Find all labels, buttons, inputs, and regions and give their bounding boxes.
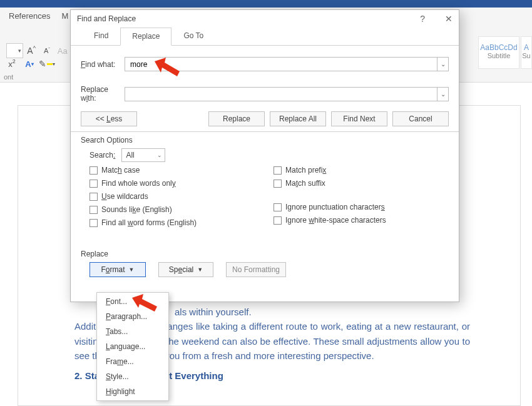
styles-gallery[interactable]: AaBbCcDd Subtitle A Su — [478, 36, 532, 69]
opt-sounds-like[interactable]: Sounds like (English) — [90, 205, 265, 214]
less-button[interactable]: << Less — [81, 111, 137, 126]
opt-match-suffix[interactable]: Match suffix — [274, 179, 449, 188]
format-button[interactable]: Format▼ — [90, 262, 146, 277]
opt-word-forms[interactable]: Find all word forms (English) — [90, 218, 265, 227]
format-menu-language[interactable]: Language... — [97, 339, 168, 354]
annotation-arrow-find — [155, 58, 180, 79]
change-case-button[interactable]: Aa — [55, 43, 69, 58]
search-direction-combo[interactable]: All⌄ — [121, 148, 165, 162]
app-title-bar — [0, 0, 532, 8]
format-menu-tabs[interactable]: Tabs... — [97, 324, 168, 339]
opt-ignore-punct[interactable]: Ignore punctuation characters — [274, 203, 449, 211]
close-button[interactable]: ✕ — [445, 14, 453, 24]
style-subtle[interactable]: A Su — [521, 36, 532, 69]
superscript-button[interactable]: x2 — [4, 56, 20, 71]
replace-button[interactable]: Replace — [208, 111, 265, 126]
no-formatting-button[interactable]: No Formatting — [226, 262, 286, 277]
find-replace-dialog: Find and Replace ? ✕ Find Replace Go To … — [70, 9, 459, 302]
svg-marker-0 — [155, 58, 180, 76]
opt-whole-words[interactable]: Find whole words only — [90, 179, 265, 188]
dialog-title: Find and Replace — [77, 14, 136, 23]
replace-with-dropdown[interactable]: ⌄ — [437, 88, 448, 101]
opt-match-prefix[interactable]: Match prefix — [274, 166, 449, 175]
opt-match-case[interactable]: Match case — [90, 166, 265, 175]
cancel-button[interactable]: Cancel — [392, 111, 449, 126]
find-what-dropdown[interactable]: ⌄ — [437, 58, 448, 71]
text-effects-button[interactable]: A▾ — [21, 56, 38, 71]
replace-with-label: Replace with: — [81, 85, 125, 103]
replace-with-combo[interactable]: ⌄ — [125, 87, 449, 101]
opt-wildcards[interactable]: Use wildcards — [90, 192, 265, 201]
replace-section-label: Replace — [81, 250, 449, 258]
ribbon-tab-references[interactable]: References — [9, 11, 50, 21]
search-options-label: Search Options — [81, 136, 449, 145]
annotation-arrow-font — [132, 294, 157, 313]
ribbon-tab-mailings[interactable]: M — [61, 11, 68, 21]
opt-ignore-white[interactable]: Ignore white-space characters — [274, 216, 449, 225]
tab-goto[interactable]: Go To — [171, 27, 215, 45]
search-direction-label: Search: — [90, 151, 115, 160]
highlight-button[interactable]: ✎▾ — [39, 56, 55, 71]
replace-all-button[interactable]: Replace All — [270, 111, 326, 126]
dialog-tabs: Find Replace Go To — [71, 27, 459, 46]
style-subtitle[interactable]: AaBbCcDd Subtitle — [478, 36, 519, 69]
ribbon-group-font-label: ont — [4, 73, 13, 81]
special-button[interactable]: Special▼ — [158, 262, 213, 277]
replace-with-input[interactable] — [125, 89, 437, 98]
format-menu-style[interactable]: Style... — [97, 369, 168, 384]
format-menu-frame[interactable]: Frame... — [97, 354, 168, 369]
help-button[interactable]: ? — [420, 14, 425, 24]
find-what-label: Find what: — [81, 60, 125, 69]
svg-marker-1 — [132, 294, 157, 312]
tab-replace[interactable]: Replace — [120, 28, 171, 46]
tab-find[interactable]: Find — [82, 27, 120, 45]
format-menu-highlight[interactable]: Highlight — [97, 384, 168, 399]
find-next-button[interactable]: Find Next — [331, 111, 387, 126]
